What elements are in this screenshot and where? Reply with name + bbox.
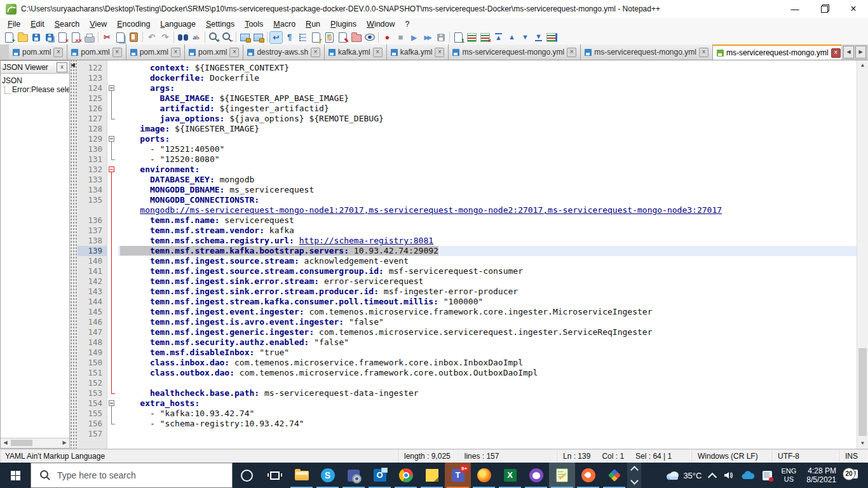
file-explorer-button[interactable] bbox=[288, 463, 315, 488]
fold-collapse-icon[interactable]: − bbox=[109, 136, 114, 142]
task-view-button[interactable] bbox=[261, 463, 288, 488]
mark-all-icon[interactable] bbox=[465, 31, 478, 44]
tab-close-icon[interactable]: × bbox=[567, 48, 576, 57]
code-line[interactable]: 146 temn.msf.ingest.is.avro.event.ingest… bbox=[78, 317, 857, 327]
volume-button[interactable] bbox=[719, 463, 737, 488]
skype-button[interactable] bbox=[315, 463, 341, 488]
show-hidden-icons-button[interactable] bbox=[705, 463, 719, 488]
background-app-button[interactable] bbox=[759, 463, 776, 488]
save-all-icon[interactable] bbox=[43, 31, 56, 44]
code-line[interactable]: 148 temn.msf.security.authz.enabled: "fa… bbox=[78, 337, 857, 348]
redo-icon[interactable]: ↷ bbox=[158, 31, 172, 44]
collapse-panel-icon[interactable]: ◀ bbox=[71, 62, 75, 68]
folder-as-workspace-icon[interactable] bbox=[349, 31, 363, 44]
code-line[interactable]: 153 healthcheck.base.path: ms-servicereq… bbox=[78, 388, 857, 398]
language-indicator[interactable]: ENG US bbox=[776, 467, 801, 484]
code-line[interactable]: 130 - "12521:40500" bbox=[78, 144, 857, 154]
search-input[interactable] bbox=[56, 470, 211, 481]
panel-title-bar[interactable]: JSON Viewer x bbox=[1, 61, 69, 74]
start-button[interactable] bbox=[0, 463, 31, 488]
code-line[interactable]: 145 temn.msf.ingest.event.ingester: com.… bbox=[78, 307, 857, 317]
tab-pom.xml[interactable]: pom.xml× bbox=[9, 44, 67, 60]
close-button[interactable]: × bbox=[839, 0, 868, 18]
code-line[interactable]: 123 dockerfile: Dockerfile bbox=[78, 73, 857, 83]
sync-horizontal-scroll-icon[interactable] bbox=[252, 31, 265, 44]
scrollbar-thumb[interactable] bbox=[11, 440, 32, 446]
tab-pom.xml[interactable]: pom.xml× bbox=[126, 44, 185, 60]
next-bookmark-icon[interactable]: ▼ bbox=[519, 31, 532, 44]
status-encoding[interactable]: UTF-8 bbox=[771, 449, 839, 463]
code-line[interactable]: 152 bbox=[78, 378, 857, 388]
code-line[interactable]: 140 temn.msf.ingest.source.stream: ackno… bbox=[78, 256, 857, 266]
zoom-in-icon[interactable]: + bbox=[207, 31, 220, 44]
menu-macro[interactable]: Macro bbox=[268, 19, 301, 29]
document-list-icon[interactable]: ✎ bbox=[336, 31, 349, 44]
status-insert-mode[interactable]: INS bbox=[839, 449, 868, 463]
menu-edit[interactable]: Edit bbox=[25, 19, 50, 29]
undo-icon[interactable]: ↶ bbox=[145, 31, 158, 44]
cortana-button[interactable] bbox=[233, 463, 261, 488]
code-line[interactable]: 137 temn.msf.stream.vendor: kafka bbox=[78, 226, 857, 236]
code-line[interactable]: 132− environment: bbox=[78, 165, 857, 175]
taskbar-overflow-scroll[interactable] bbox=[627, 463, 641, 488]
code-line[interactable]: 139 temn.msf.stream.kafka.bootstrap.serv… bbox=[78, 246, 857, 256]
zoom-out-icon[interactable]: − bbox=[220, 31, 234, 44]
tab-close-icon[interactable]: × bbox=[112, 48, 122, 57]
code-line[interactable]: 154− extra_hosts: bbox=[78, 398, 857, 409]
previous-bookmark-icon[interactable]: ▲ bbox=[505, 31, 519, 44]
menu-search[interactable]: Search bbox=[50, 19, 85, 29]
scroll-left-icon[interactable]: ◀ bbox=[1, 438, 10, 447]
tab-pom.xml[interactable]: pom.xml× bbox=[185, 44, 243, 60]
code-line[interactable]: 147 temn.msf.ingest.generic.ingester: co… bbox=[78, 327, 857, 337]
chrome-button[interactable] bbox=[393, 463, 419, 488]
indent-guide-icon[interactable] bbox=[296, 31, 309, 44]
postman-button[interactable] bbox=[575, 463, 601, 488]
code-editor[interactable]: 122 context: ${INGESTER_CONTEXT}123 dock… bbox=[78, 60, 868, 449]
menu-run[interactable]: Run bbox=[301, 19, 325, 29]
open-file-icon[interactable] bbox=[16, 31, 29, 44]
menu-help[interactable]: ? bbox=[400, 19, 415, 29]
tab-close-icon[interactable]: × bbox=[171, 48, 180, 57]
tab-pom.xml[interactable]: pom.xml× bbox=[67, 44, 126, 60]
tab-ms-servicerequest-mongo.yml[interactable]: ms-servicerequest-mongo.yml× bbox=[581, 44, 713, 60]
code-line[interactable]: 122 context: ${INGESTER_CONTEXT} bbox=[78, 63, 857, 73]
scroll-down-icon[interactable]: ▼ bbox=[857, 438, 868, 449]
menu-settings[interactable]: Settings bbox=[201, 19, 240, 29]
dev-tool-button[interactable] bbox=[601, 463, 627, 488]
code-line[interactable]: 131 - "12520:8080" bbox=[78, 154, 857, 165]
code-line[interactable]: 156 - "schema-registry:10.93.42.74" bbox=[78, 419, 857, 429]
firefox-button[interactable] bbox=[471, 463, 497, 488]
cut-icon[interactable]: ✂ bbox=[100, 31, 114, 44]
panel-close-icon[interactable]: x bbox=[57, 62, 67, 72]
scroll-up-icon[interactable]: ▲ bbox=[857, 60, 868, 71]
word-wrap-icon[interactable]: ↩ bbox=[269, 31, 283, 44]
record-macro-icon[interactable]: ● bbox=[381, 31, 394, 44]
tab-ms-servicerequest-mongo.yml[interactable]: ms-servicerequest-mongo.yml× bbox=[449, 44, 581, 60]
clear-marks-icon[interactable]: × bbox=[478, 31, 492, 44]
tab-kafka.yml[interactable]: kafka.yml× bbox=[325, 44, 387, 60]
close-file-icon[interactable]: × bbox=[56, 31, 69, 44]
code-line[interactable]: 128 image: ${INGESTER_IMAGE} bbox=[78, 124, 857, 134]
restore-button[interactable] bbox=[810, 0, 839, 18]
tab-scroll-left-icon[interactable]: ◀ bbox=[843, 46, 854, 58]
json-tree-node[interactable]: Error:Please selec bbox=[4, 85, 68, 94]
code-line[interactable]: 141 temn.msf.ingest.source.stream.consum… bbox=[78, 266, 857, 276]
tab-close-icon[interactable]: × bbox=[435, 48, 444, 57]
menu-encoding[interactable]: Encoding bbox=[112, 19, 155, 29]
close-all-icon[interactable]: ×× bbox=[69, 31, 83, 44]
menu-view[interactable]: View bbox=[85, 19, 112, 29]
code-line[interactable]: 126 artifactid: ${ingester_artifactid} bbox=[78, 104, 857, 114]
clear-all-bookmarks-icon[interactable] bbox=[545, 31, 559, 44]
tab-close-icon[interactable]: × bbox=[229, 48, 239, 57]
scroll-up-icon[interactable] bbox=[630, 466, 639, 474]
code-line[interactable]: 127 java_options: ${java_options} ${REMO… bbox=[78, 114, 857, 124]
title-bar[interactable]: C:\Users\suryaacharans\Desktop\Testing\D… bbox=[0, 0, 868, 18]
menu-window[interactable]: Window bbox=[362, 19, 400, 29]
excel-button[interactable] bbox=[497, 463, 523, 488]
fold-collapse-icon[interactable]: − bbox=[109, 85, 114, 91]
menu-language[interactable]: Language bbox=[155, 19, 201, 29]
fold-collapse-icon[interactable]: − bbox=[109, 400, 114, 406]
print-icon[interactable] bbox=[83, 31, 96, 44]
code-line[interactable]: 155 - "kafka:10.93.42.74" bbox=[78, 409, 857, 419]
scroll-right-icon[interactable]: ▶ bbox=[60, 438, 69, 447]
